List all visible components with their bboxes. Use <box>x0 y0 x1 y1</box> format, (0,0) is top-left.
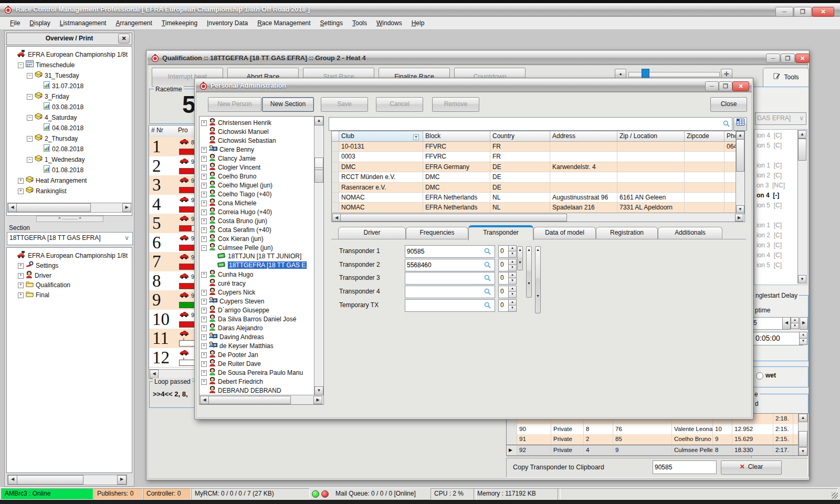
menu-help[interactable]: Help <box>407 17 429 30</box>
tree-item[interactable]: 01.08.2018 <box>36 165 83 174</box>
clear-button[interactable]: ✕Clear <box>721 460 782 475</box>
tree-item[interactable]: +Daras Alejandro <box>201 323 262 332</box>
tree-item-label[interactable]: curé tracy <box>218 280 246 287</box>
collapse-icon[interactable]: − <box>27 94 33 100</box>
tree-item[interactable]: −4_Saturday <box>27 113 77 122</box>
table-cell[interactable] <box>550 152 617 162</box>
tree-item-label[interactable]: Da Silva Barros Daniel José <box>218 316 296 323</box>
tree-item[interactable]: +Debert Friedrich <box>201 377 263 386</box>
tree-item-label[interactable]: Heat Arrangement <box>36 177 87 184</box>
heat-list[interactable]: ion 4 [C]ion 5 [C]ion 1 [C]ion 2 [C]on 3… <box>754 129 807 285</box>
tree-item-label[interactable]: Driver <box>35 272 51 279</box>
dialog-close-icon[interactable]: ✕ <box>732 81 749 91</box>
tree-item[interactable]: −3_Friday <box>27 92 69 101</box>
heat-list-item[interactable]: on 4 [-] <box>757 192 779 199</box>
results-row[interactable]: 91Private285Coelho Bruno915.6292:15. <box>507 434 799 445</box>
table-cell[interactable]: DE <box>490 172 550 182</box>
schedule-tree-hscrollbar[interactable]: ◀ ▶ <box>7 203 131 213</box>
close-button-dialog[interactable]: Close <box>710 97 747 112</box>
table-cell[interactable] <box>617 162 685 172</box>
tree-item[interactable]: +Final <box>18 291 49 300</box>
table-cell[interactable]: FFVRC <box>423 142 490 152</box>
tree-item-label[interactable]: 18TTGEFRA [18 TT GAS E <box>228 261 307 269</box>
tree-item[interactable]: 31.07.2018 <box>36 81 83 90</box>
tree-item[interactable]: −1_Wednesday <box>27 155 85 164</box>
tree-item-label[interactable]: Final <box>36 291 49 299</box>
table-cell[interactable]: Spadelaan 216 <box>550 203 617 213</box>
tree-item[interactable]: +Clancy Jamie <box>201 154 256 163</box>
menu-settings[interactable]: Settings <box>316 17 348 30</box>
tree-item-label[interactable]: Settings <box>36 262 58 269</box>
tree-item[interactable]: +Cox Kieran (jun) <box>201 234 264 243</box>
dialog-minimize-button[interactable]: ─ <box>705 81 719 91</box>
tab-registration[interactable]: Registration <box>596 227 658 239</box>
tree-item-label[interactable]: De Pooter Jan <box>218 351 258 359</box>
table-cell[interactable]: EFRA Netherlands <box>423 193 490 203</box>
table-cell[interactable]: DMC <box>339 162 423 172</box>
table-cell[interactable] <box>685 142 724 152</box>
tree-item[interactable]: EFRA European Championship 1/8t <box>9 50 128 59</box>
tree-item[interactable]: −Culmsee Pelle (jun) <box>201 243 273 252</box>
tree-item-label[interactable]: Clancy Jamie <box>218 155 256 162</box>
table-cell[interactable] <box>617 152 685 162</box>
section-tree[interactable]: EFRA European Championship 1/8t+Settings… <box>6 247 132 473</box>
tree-item-label[interactable]: 01.08.2018 <box>52 166 83 174</box>
expand-icon[interactable]: + <box>201 317 207 322</box>
expand-icon[interactable]: + <box>201 370 207 376</box>
delay-left-arrow[interactable]: ◀ <box>782 317 791 330</box>
collapse-icon[interactable]: − <box>27 157 33 163</box>
tree-item-label[interactable]: Clogier Vincent <box>218 164 260 171</box>
expand-icon[interactable]: + <box>18 178 24 184</box>
table-cell[interactable]: DE <box>490 183 550 193</box>
delay-right-arrow[interactable]: ▶ <box>800 317 808 330</box>
expand-icon[interactable]: + <box>201 165 207 171</box>
tree-item[interactable]: +De Pooter Jan <box>201 350 258 359</box>
search-input[interactable] <box>329 117 732 131</box>
race-grid-row[interactable]: 12! <box>149 348 200 368</box>
tree-item-label[interactable]: Coelho Tiago (+40) <box>218 191 271 198</box>
tree-item[interactable]: DEBRAND DEBRAND <box>201 386 281 395</box>
table-cell[interactable] <box>685 183 724 193</box>
collapse-icon[interactable]: − <box>27 115 33 121</box>
expand-icon[interactable]: + <box>18 263 24 269</box>
race-grid-row[interactable]: 99 <box>149 290 200 310</box>
table-cell[interactable]: EFRA Germany <box>423 162 490 172</box>
tree-item-label[interactable]: D´arrigo Giuseppe <box>218 307 269 314</box>
qualification-restore-button[interactable]: ❐ <box>781 54 795 63</box>
heat-list-vscrollbar[interactable]: ▲▼ <box>797 130 806 284</box>
count-spin-down-icon[interactable]: ▼ <box>508 251 517 258</box>
table-cell[interactable]: FR <box>490 142 550 152</box>
expand-icon[interactable]: + <box>18 188 24 194</box>
menu-file[interactable]: File <box>5 17 25 30</box>
tree-item-label[interactable]: Cuypers Steven <box>219 298 264 305</box>
delay-input[interactable]: 5 <box>751 317 783 330</box>
column-header-zipcode[interactable]: Zipcode <box>685 131 724 142</box>
heat-list-item[interactable]: ion 2 [C] <box>757 232 782 239</box>
tree-item[interactable]: +Cunha Hugo <box>201 270 253 279</box>
dialog-titlebar[interactable]: Personal Administration ─ ❐ ✕ <box>196 79 752 92</box>
minimize-button[interactable]: ─ <box>775 7 793 17</box>
table-cell[interactable]: DMC <box>423 172 490 182</box>
expand-icon[interactable]: + <box>201 156 207 162</box>
tree-item[interactable]: +D´arrigo Giuseppe <box>201 306 269 314</box>
section-tree-hscrollbar[interactable]: ◀ ▶ <box>7 475 127 485</box>
tree-item[interactable]: +Cota Serafim (+40) <box>201 225 271 234</box>
tree-item-label[interactable]: EFRA European Championship 1/8t <box>28 51 128 58</box>
wet-radio[interactable] <box>756 372 763 380</box>
tree-item[interactable]: +De Sousa Pereira Paulo Manu <box>201 368 303 377</box>
table-cell[interactable]: Augustinusstraat 96 <box>550 193 617 203</box>
tree-item-label[interactable]: Ciere Benny <box>219 146 254 153</box>
transponder-4-input[interactable] <box>405 286 495 298</box>
tree-item-label[interactable]: Coelho Bruno <box>218 173 256 180</box>
tree-item[interactable]: +Correia Hugo (+40) <box>201 207 272 216</box>
grid-view-button[interactable] <box>733 117 747 131</box>
copy-transponder-input[interactable] <box>653 460 717 474</box>
tree-item[interactable]: +Qualification <box>18 281 70 290</box>
tree-item-label[interactable]: 2_Thursday <box>45 135 78 142</box>
tree-item-label[interactable]: 18TTJUN [18 TT JUNIOR] <box>228 253 301 260</box>
race-grid[interactable]: # Nr Pro18293949596979899910911!12! <box>149 125 200 379</box>
tree-item[interactable]: Cichowski Manuel <box>201 127 269 136</box>
tree-item[interactable]: Cichowski Sebastian <box>201 136 276 145</box>
delay-spin-down[interactable]: ▼ <box>791 323 799 329</box>
main-titlebar[interactable]: Race Control Management Professional [ E… <box>0 3 840 17</box>
